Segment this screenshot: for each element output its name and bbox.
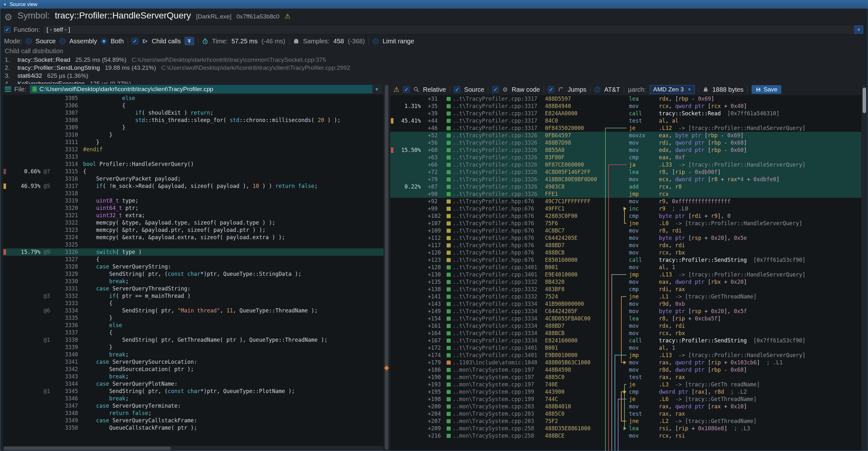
parent-frame-button[interactable] — [185, 37, 194, 45]
child-call-item[interactable]: 1.tracy::Socket::Read25.25 ms (54.89%)C:… — [5, 56, 863, 64]
asm-row[interactable]: +138..t\TracyProfiler.cpp:3332483BF8cmpr… — [390, 286, 861, 293]
asm-row[interactable]: +112..t\TracyProfiler.hpp:676C64424205Em… — [390, 234, 861, 242]
source-line[interactable]: @33332 if( ptr == m_mainThread ) — [3, 292, 383, 300]
asm-row[interactable]: +56..t\TracyProfiler.cpp:3326488B7D98mov… — [390, 139, 861, 147]
asm-row[interactable]: +123..t\TracyProfiler.hpp:676E850160000c… — [390, 257, 861, 264]
asm-row[interactable]: +92..t\TracyProfiler.hpp:67649C7C1FFFFFF… — [390, 198, 861, 205]
asm-row[interactable]: +63..t\TracyProfiler.cpp:332683F80Fcmpea… — [390, 154, 861, 161]
asm-row[interactable]: +90..t\TracyProfiler.cpp:3326FFE1jmprcx — [390, 190, 861, 198]
asm-row[interactable]: +141..t\TracyProfiler.cpp:33327524jne.L1… — [390, 293, 861, 300]
asm-row[interactable]: +46..t\TracyProfiler.cpp:33170F843502000… — [390, 124, 861, 132]
source-line[interactable]: 3328 case ServerQueryString: — [3, 263, 383, 270]
source-line[interactable]: 3347 case ServerQueryTerminate: — [3, 402, 383, 410]
source-line[interactable]: 3342 SendSourceLocation( ptr ); — [3, 366, 383, 373]
asm-row[interactable]: +39..t\TracyProfiler.cpp:3317E824AA0000c… — [390, 110, 861, 117]
asm-row[interactable]: +186..mon\TracySystem.cpp:197448B4598mov… — [390, 366, 861, 373]
source-line[interactable]: 3306 { — [3, 102, 383, 109]
save-button[interactable]: Save — [751, 85, 781, 94]
source-line[interactable]: 0.66%@73315{ — [3, 168, 383, 175]
source-line[interactable]: 3340 break; — [3, 351, 383, 358]
source-line[interactable]: 3348 return false; — [3, 410, 383, 417]
asm-row[interactable]: 45.41%+44..t\TracyProfiler.cpp:331784C0t… — [390, 117, 861, 124]
source-line[interactable]: 3341 case ServerQuerySourceLocation: — [3, 358, 383, 366]
asm-row[interactable]: +174..t\TracyProfiler.cpp:3401E9B8010000… — [390, 352, 861, 359]
asm-row[interactable]: +117..t\TracyProfiler.hpp:676488BD7movrd… — [390, 242, 861, 249]
asm-row[interactable]: +207..mon\TracySystem.cpp:20375F2jne.L2 … — [390, 418, 861, 425]
source-line[interactable]: 3335 } — [3, 314, 383, 322]
asm-row[interactable]: +52..t\TracyProfiler.cpp:33260FB64597mov… — [390, 132, 861, 139]
scrollbar-thumb[interactable] — [863, 88, 866, 113]
asm-row[interactable]: +209..mon\TracySystem.cpp:258488D35E8861… — [390, 425, 861, 432]
source-line[interactable]: 3322 memcpy( &type, &payload.type, sizeo… — [3, 219, 383, 227]
function-checkbox[interactable]: ✓ — [4, 26, 10, 33]
source-line[interactable]: 3336 else — [3, 322, 383, 329]
source-line[interactable]: 3327 { — [3, 256, 383, 263]
source-scrollbar[interactable] — [384, 84, 389, 451]
source-line[interactable]: 3350 QueueCallstackFrame( ptr ); — [3, 424, 383, 431]
asm-row[interactable]: +79..t\TracyProfiler.cpp:3326418B8C80E0B… — [390, 176, 861, 183]
assembly-scrollbar[interactable] — [862, 84, 867, 451]
collapse-icon[interactable]: ▼ — [3, 3, 7, 6]
asm-row[interactable]: +109..t\TracyProfiler.hpp:6764C8BC7movr8… — [390, 227, 861, 234]
source-line[interactable]: 3323 memcpy( &ptr, &payload.ptr, sizeof(… — [3, 227, 383, 234]
asm-row[interactable]: +120..t\TracyProfiler.hpp:676488BCBmovrc… — [390, 249, 861, 257]
child-calls-checkbox[interactable]: ✓ — [132, 38, 138, 44]
asm-row[interactable]: +200..mon\TracySystem.cpp:203488B4010mov… — [390, 403, 861, 410]
source-line[interactable]: @13345 SendString( ptr, (const char*)ptr… — [3, 388, 383, 395]
scrollbar-thumb[interactable] — [3, 447, 171, 450]
horizontal-scrollbar[interactable] — [3, 446, 383, 451]
source-line[interactable]: 3320 uint64_t ptr; — [3, 205, 383, 212]
source-line[interactable]: 3312#endif — [3, 146, 383, 153]
asm-row[interactable]: +164..t\TracyProfiler.cpp:3334488BCBmovr… — [390, 330, 861, 337]
asm-row[interactable]: +135..t\TracyProfiler.cpp:33328B4320move… — [390, 278, 861, 286]
source-line[interactable]: @63334 SendString( ptr, "Main thread", 1… — [3, 307, 383, 314]
source-line[interactable]: 46.93%@53317 if( !m_sock->Read( &payload… — [3, 182, 383, 190]
asm-row[interactable]: +172..t\TracyProfiler.cpp:3401B001moval,… — [390, 344, 861, 352]
uarch-combo[interactable]: AMD Zen 3 ▼ — [650, 85, 695, 94]
att-radio[interactable] — [594, 87, 600, 93]
function-combo[interactable]: [ - self - ] ▼ — [43, 25, 864, 34]
source-line[interactable]: 3308 std::this_thread::sleep_for( std::c… — [3, 117, 383, 124]
asm-row[interactable]: +66..t\TracyProfiler.cpp:33260F87CE06000… — [390, 161, 861, 169]
titlebar[interactable]: ▼ Source view — [0, 0, 868, 9]
asm-row[interactable]: +179..1103\include\atomic:1048488B05B63C… — [390, 359, 861, 366]
source-line[interactable]: 3318 — [3, 190, 383, 197]
source-line[interactable]: 3346 break; — [3, 395, 383, 402]
radio-assembly[interactable] — [60, 38, 66, 44]
asm-row[interactable]: +195..mon\TracySystem.cpp:199443900cmpdw… — [390, 388, 861, 396]
source-line[interactable]: 3344 case ServerQueryPlotName: — [3, 380, 383, 388]
source-line[interactable]: 3330 break; — [3, 278, 383, 285]
asm-row[interactable]: +167..t\TracyProfiler.cpp:3334E824160000… — [390, 337, 861, 344]
source-line[interactable]: 3324 memcpy( &extra, &payload.extra, siz… — [3, 234, 383, 241]
source-line[interactable]: 3314bool Profiler::HandleServerQuery() — [3, 160, 383, 168]
source-line[interactable]: 3313 — [3, 153, 383, 160]
jumps-checkbox[interactable]: ✓ — [548, 86, 554, 93]
source-line[interactable]: 3333 { — [3, 300, 383, 307]
source-line[interactable]: 3310 } — [3, 131, 383, 139]
limit-range-radio[interactable] — [373, 38, 379, 44]
asm-row[interactable]: +149..t\TracyProfiler.cpp:3334C64424205F… — [390, 308, 861, 315]
scrollbar-thumb[interactable] — [385, 85, 388, 449]
source-line[interactable]: 3307 if( shouldExit ) return; — [3, 109, 383, 117]
child-call-item[interactable]: 4.KeSynchronizeExecution125 µs (0.27%) — [5, 80, 863, 84]
asm-row[interactable]: +31..t\TracyProfiler.cpp:3317488D5597lea… — [390, 95, 861, 102]
asm-row[interactable]: +72..t\TracyProfiler.cpp:33264C8D05F146F… — [390, 169, 861, 176]
raw-code-checkbox[interactable]: ✓ — [492, 86, 498, 93]
child-call-item[interactable]: 3.stat64i32625 µs (1.36%) — [5, 72, 863, 80]
asm-row[interactable]: +204..mon\TracySystem.cpp:2034885C0testr… — [390, 410, 861, 418]
file-combo[interactable]: C:\Users\wolf\Desktop\darkrl\contrib\tra… — [30, 85, 382, 94]
source-line[interactable]: 3331 case ServerQueryThreadString: — [3, 285, 383, 292]
source-line[interactable]: 3309 } — [3, 124, 383, 131]
asm-row[interactable]: +130..t\TracyProfiler.cpp:3401E9E4010000… — [390, 271, 861, 278]
asm-row[interactable]: +190..mon\TracySystem.cpp:1974885C0testr… — [390, 373, 861, 381]
asm-row[interactable]: +216..mon\TracySystem.cpp:258488BCEmovrc… — [390, 432, 861, 440]
asm-row[interactable]: +102..t\TracyProfiler.hpp:67642803C0F00c… — [390, 212, 861, 220]
source-line[interactable]: 3316 ServerQueryPacket payload; — [3, 175, 383, 182]
source-line[interactable]: @13338 SendString( ptr, GetThreadName( p… — [3, 336, 383, 344]
source-line[interactable]: 3325 — [3, 241, 383, 248]
asm-row[interactable]: +107..t\TracyProfiler.hpp:67675F6jne.L0 … — [390, 220, 861, 227]
source-line[interactable]: 15.79%@93326 switch( type ) — [3, 248, 383, 256]
source-line[interactable]: 3321 uint32_t extra; — [3, 212, 383, 219]
asm-row[interactable]: +99..t\TracyProfiler.hpp:67649FFC1incr9 … — [390, 205, 861, 212]
asm-row[interactable]: +198..mon\TracySystem.cpp:199744Cje.L6 -… — [390, 396, 861, 403]
